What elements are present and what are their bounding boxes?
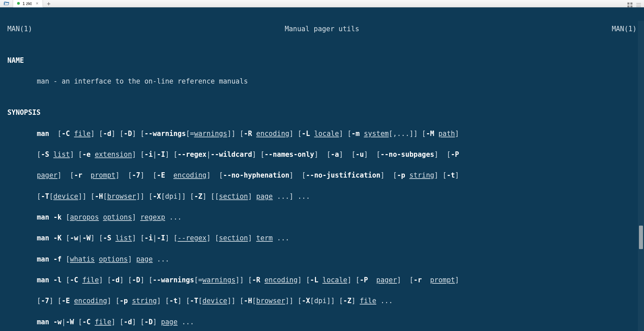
section-synopsis: SYNOPSIS [7,107,637,118]
svg-rect-1 [631,3,632,4]
manpage-content: MAN(1)Manual pager utilsMAN(1) NAME man … [7,13,637,331]
tab-bar: 1 zkt × + [0,0,644,7]
close-icon[interactable]: × [36,1,38,6]
manpage-header-center: Manual pager utils [0,24,644,34]
svg-rect-0 [628,3,629,4]
tab-zkt[interactable]: 1 zkt × [13,0,43,7]
name-line: man - an interface to the on-line refere… [7,76,637,87]
add-tab-button[interactable]: + [43,0,55,7]
terminal-viewport[interactable]: MAN(1)Manual pager utilsMAN(1) NAME man … [0,7,644,331]
section-name: NAME [7,55,637,66]
vertical-scrollbar[interactable] [638,21,644,331]
manpage-header-left: MAN(1) [7,24,32,34]
tab-label: 1 zkt [22,1,32,6]
tab-dirty-indicator [17,2,20,5]
manpage-header-right: MAN(1) [612,24,637,34]
scrollbar-thumb[interactable] [639,226,643,249]
folder-open-icon[interactable] [0,0,13,7]
